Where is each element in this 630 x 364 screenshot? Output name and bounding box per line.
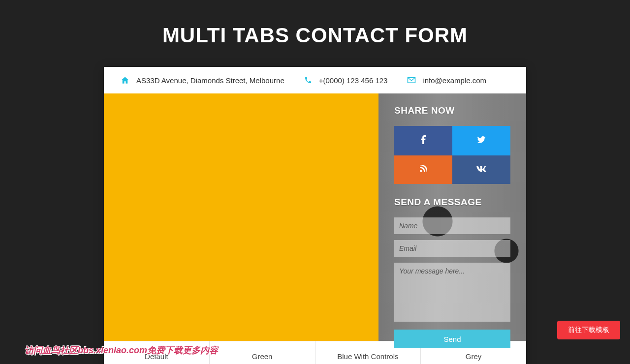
body-area: SHARE NOW — [104, 93, 526, 341]
message-field[interactable] — [394, 263, 510, 322]
download-template-button[interactable]: 前往下载模板 — [557, 321, 620, 339]
email-field[interactable] — [394, 240, 510, 257]
watermark-text: 访问血鸟社区bbs.xieniao.com免费下载更多内容 — [25, 344, 218, 356]
phone-item: +(0000) 123 456 123 — [304, 76, 388, 85]
twitter-icon — [477, 136, 486, 145]
share-title: SHARE NOW — [394, 105, 510, 116]
send-button[interactable]: Send — [394, 330, 510, 348]
info-bar: AS33D Avenue, Diamonds Street, Melbourne… — [104, 67, 526, 93]
social-grid — [394, 126, 510, 184]
phone-text: +(0000) 123 456 123 — [319, 76, 388, 85]
twitter-button[interactable] — [452, 126, 510, 155]
page-title: MULTI TABS CONTACT FORM — [0, 24, 630, 47]
sidebar: SHARE NOW — [378, 93, 526, 341]
rss-button[interactable] — [394, 155, 452, 184]
facebook-button[interactable] — [394, 126, 452, 155]
map-area[interactable] — [104, 93, 378, 341]
address-item: AS33D Avenue, Diamonds Street, Melbourne — [121, 76, 284, 85]
email-item: info@example.com — [407, 76, 486, 85]
svg-point-0 — [420, 170, 422, 172]
message-form: Send — [394, 217, 510, 348]
vk-icon — [476, 165, 487, 174]
facebook-icon — [421, 135, 426, 146]
home-icon — [121, 76, 129, 85]
tab-green[interactable]: Green — [209, 341, 315, 364]
email-text: info@example.com — [423, 76, 486, 85]
address-text: AS33D Avenue, Diamonds Street, Melbourne — [136, 76, 284, 85]
name-field[interactable] — [394, 217, 510, 234]
rss-icon — [419, 165, 427, 175]
envelope-icon — [407, 77, 416, 84]
contact-panel: AS33D Avenue, Diamonds Street, Melbourne… — [104, 67, 526, 364]
form-title: SEND A MESSAGE — [394, 197, 510, 208]
vk-button[interactable] — [452, 155, 510, 184]
phone-icon — [304, 76, 312, 84]
